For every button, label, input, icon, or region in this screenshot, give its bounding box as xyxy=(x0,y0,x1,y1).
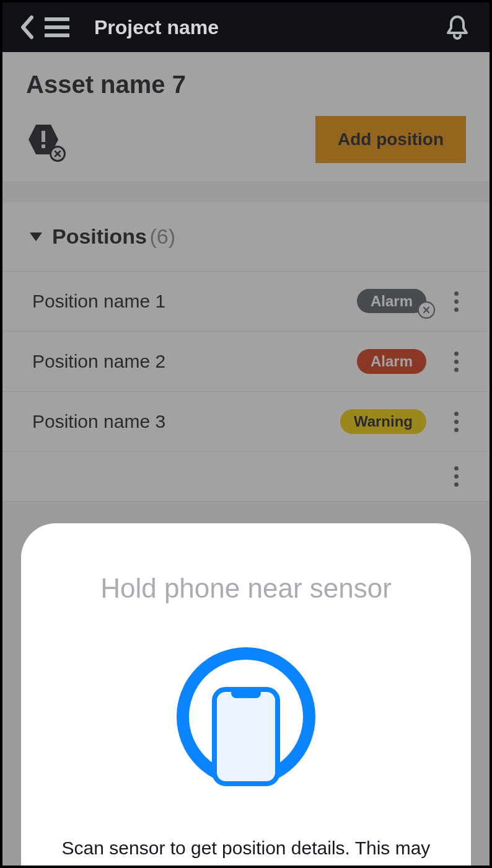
svg-rect-0 xyxy=(45,17,69,21)
back-button[interactable] xyxy=(15,15,40,40)
sheet-text: Scan sensor to get position details. Thi… xyxy=(52,835,440,866)
menu-icon[interactable] xyxy=(42,12,72,42)
phone-scan-icon xyxy=(177,647,315,786)
bell-icon[interactable] xyxy=(442,12,472,42)
svg-rect-1 xyxy=(45,25,69,29)
topbar: Project name xyxy=(2,2,490,52)
page-title: Project name xyxy=(94,16,219,39)
content-area: Asset name 7 Add position xyxy=(2,52,490,866)
sheet-title: Hold phone near sensor xyxy=(52,573,440,604)
svg-rect-2 xyxy=(45,33,69,37)
scan-sheet: Hold phone near sensor Scan sensor to ge… xyxy=(21,523,471,866)
